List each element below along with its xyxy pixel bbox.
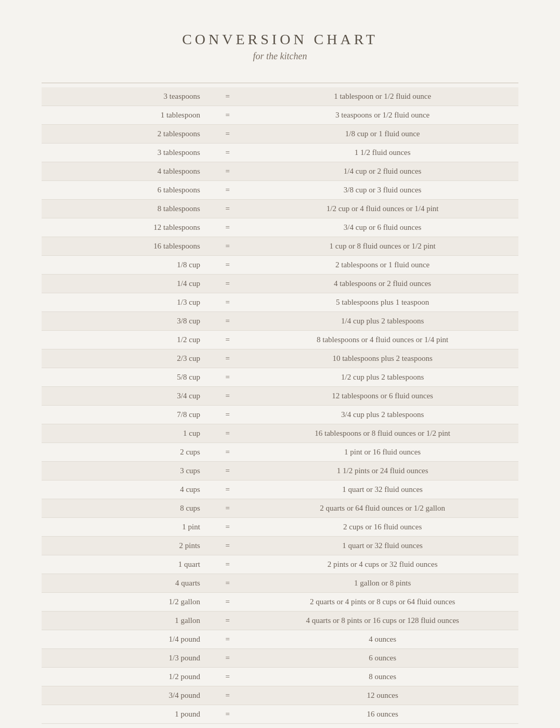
table-row: 7/8 cup=3/4 cup plus 2 tablespoons (42, 406, 518, 424)
table-cell-eq: = (209, 443, 246, 462)
table-row: 1 pint=2 cups or 16 fluid ounces (42, 518, 518, 537)
table-cell-right: 6 ounces (246, 649, 518, 668)
subtitle: for the kitchen (42, 51, 518, 62)
table-row: 1/3 pound=6 ounces (42, 649, 518, 668)
table-row: 4 cups=1 quart or 32 fluid ounces (42, 480, 518, 499)
table-cell-left: 1 quart (42, 555, 209, 574)
table-row: 3/8 cup=1/4 cup plus 2 tablespoons (42, 312, 518, 331)
table-cell-right: 4 tablespoons or 2 fluid ounces (246, 275, 518, 293)
table-row: 1 tablespoon=3 teaspoons or 1/2 fluid ou… (42, 106, 518, 125)
table-row: 8 tablespoons=1/2 cup or 4 fluid ounces … (42, 200, 518, 218)
table-cell-left: 1/8 cup (42, 256, 209, 275)
table-cell-left: 4 quarts (42, 574, 209, 593)
table-cell-eq: = (209, 593, 246, 612)
table-cell-eq: = (209, 462, 246, 480)
table-cell-right: 1 quart or 32 fluid ounces (246, 480, 518, 499)
table-cell-eq: = (209, 406, 246, 424)
table-cell-eq: = (209, 218, 246, 237)
table-row: 1 cup=16 tablespoons or 8 fluid ounces o… (42, 424, 518, 443)
table-cell-right: 3 teaspoons or 1/2 fluid ounce (246, 106, 518, 125)
table-cell-right: 1 pint or 16 fluid ounces (246, 443, 518, 462)
table-cell-eq: = (209, 649, 246, 668)
table-cell-left: 3 tablespoons (42, 144, 209, 162)
table-cell-right: 3/4 cup plus 2 tablespoons (246, 406, 518, 424)
table-cell-left: 1/3 cup (42, 293, 209, 312)
table-row: 2/3 cup=10 tablespoons plus 2 teaspoons (42, 349, 518, 368)
table-row: 5/8 cup=1/2 cup plus 2 tablespoons (42, 368, 518, 387)
table-cell-eq: = (209, 537, 246, 555)
table-cell-left: 3/4 cup (42, 387, 209, 406)
table-cell-left: 1 pound (42, 705, 209, 724)
table-row: 6 tablespoons=3/8 cup or 3 fluid ounces (42, 181, 518, 200)
table-cell-right: 1/2 cup plus 2 tablespoons (246, 368, 518, 387)
table-row: 3 teaspoons=1 tablespoon or 1/2 fluid ou… (42, 87, 518, 106)
table-cell-right: 4 ounces (246, 630, 518, 649)
table-cell-right: 4 quarts or 8 pints or 16 cups or 128 fl… (246, 612, 518, 630)
table-cell-eq: = (209, 368, 246, 387)
table-cell-eq: = (209, 106, 246, 125)
table-cell-right: 1/2 cup or 4 fluid ounces or 1/4 pint (246, 200, 518, 218)
table-cell-left: 5/8 cup (42, 368, 209, 387)
table-cell-right: 2 cups or 16 fluid ounces (246, 518, 518, 537)
table-cell-eq: = (209, 612, 246, 630)
table-cell-left: 6 tablespoons (42, 181, 209, 200)
table-cell-left: 1 gallon (42, 612, 209, 630)
table-row: 12 tablespoons=3/4 cup or 6 fluid ounces (42, 218, 518, 237)
table-cell-right: 1/8 cup or 1 fluid ounce (246, 125, 518, 144)
table-cell-right: 1/4 cup plus 2 tablespoons (246, 312, 518, 331)
table-cell-eq: = (209, 518, 246, 537)
table-cell-right: 8 tablespoons or 4 fluid ounces or 1/4 p… (246, 331, 518, 349)
table-row: 1/4 pound=4 ounces (42, 630, 518, 649)
header-divider (42, 83, 518, 83)
table-cell-left: 1/2 gallon (42, 593, 209, 612)
table-cell-right: 1 gallon or 8 pints (246, 574, 518, 593)
table-cell-right: 1 1/2 fluid ounces (246, 144, 518, 162)
table-row: 3/4 cup=12 tablespoons or 6 fluid ounces (42, 387, 518, 406)
table-row: 1 quart=2 pints or 4 cups or 32 fluid ou… (42, 555, 518, 574)
table-cell-eq: = (209, 480, 246, 499)
table-cell-eq: = (209, 237, 246, 256)
table-cell-left: 4 tablespoons (42, 162, 209, 181)
table-cell-left: 1/2 pound (42, 668, 209, 686)
table-cell-right: 1 tablespoon or 1/2 fluid ounce (246, 87, 518, 106)
table-row: 1/8 cup=2 tablespoons or 1 fluid ounce (42, 256, 518, 275)
table-cell-eq: = (209, 275, 246, 293)
table-cell-right: 3/4 cup or 6 fluid ounces (246, 218, 518, 237)
table-row: 3/4 pound=12 ounces (42, 686, 518, 705)
table-cell-left: 1/4 cup (42, 275, 209, 293)
table-row: 3 cups=1 1/2 pints or 24 fluid ounces (42, 462, 518, 480)
table-cell-eq: = (209, 200, 246, 218)
table-cell-eq: = (209, 181, 246, 200)
table-cell-eq: = (209, 555, 246, 574)
table-cell-right: 1/4 cup or 2 fluid ounces (246, 162, 518, 181)
page-container: CONVERSION CHART for the kitchen 3 teasp… (0, 0, 560, 728)
table-cell-left: 1/4 pound (42, 630, 209, 649)
table-cell-left: 4 cups (42, 480, 209, 499)
table-cell-left: 1 cup (42, 424, 209, 443)
table-cell-eq: = (209, 630, 246, 649)
table-row: 2 pints=1 quart or 32 fluid ounces (42, 537, 518, 555)
conversion-table: 3 teaspoons=1 tablespoon or 1/2 fluid ou… (42, 87, 518, 724)
table-cell-right: 10 tablespoons plus 2 teaspoons (246, 349, 518, 368)
table-cell-left: 1/3 pound (42, 649, 209, 668)
table-cell-left: 2 cups (42, 443, 209, 462)
table-cell-eq: = (209, 144, 246, 162)
table-cell-right: 12 ounces (246, 686, 518, 705)
table-row: 1/2 pound=8 ounces (42, 668, 518, 686)
header: CONVERSION CHART for the kitchen (42, 31, 518, 62)
table-cell-right: 1 1/2 pints or 24 fluid ounces (246, 462, 518, 480)
table-cell-left: 7/8 cup (42, 406, 209, 424)
table-cell-eq: = (209, 125, 246, 144)
table-row: 1 gallon=4 quarts or 8 pints or 16 cups … (42, 612, 518, 630)
table-row: 4 tablespoons=1/4 cup or 2 fluid ounces (42, 162, 518, 181)
table-cell-left: 2/3 cup (42, 349, 209, 368)
table-cell-eq: = (209, 293, 246, 312)
table-row: 3 tablespoons=1 1/2 fluid ounces (42, 144, 518, 162)
table-cell-eq: = (209, 574, 246, 593)
table-cell-eq: = (209, 424, 246, 443)
table-cell-right: 1 cup or 8 fluid ounces or 1/2 pint (246, 237, 518, 256)
table-cell-left: 8 cups (42, 499, 209, 518)
table-row: 1/2 cup=8 tablespoons or 4 fluid ounces … (42, 331, 518, 349)
table-cell-left: 1 pint (42, 518, 209, 537)
table-cell-left: 1 tablespoon (42, 106, 209, 125)
